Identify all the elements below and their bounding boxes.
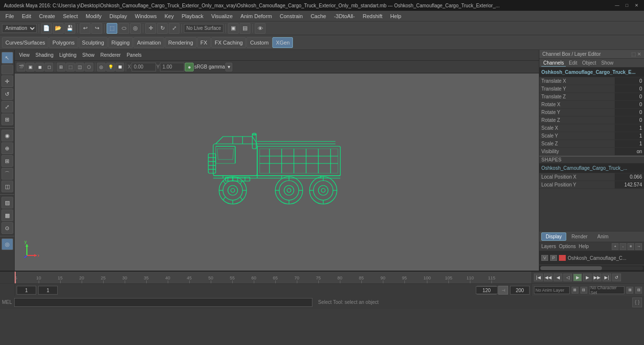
menu-animdeform[interactable]: Anim Deform: [237, 12, 275, 20]
universal-tool-lt[interactable]: ⊞: [1, 114, 13, 125]
lasso-select-button[interactable]: ⬭: [118, 23, 129, 34]
render-view-button[interactable]: ▣: [228, 23, 239, 34]
sculpting-module[interactable]: Sculpting: [79, 37, 108, 48]
minimize-button[interactable]: —: [614, 2, 621, 9]
prev-key-btn[interactable]: ◀◀: [544, 274, 553, 281]
char-set-dropdown[interactable]: No Character Set: [589, 286, 625, 294]
rigging-module[interactable]: Rigging: [108, 37, 133, 48]
vp-quality-btn[interactable]: ◻: [44, 63, 53, 71]
soft-select-lt[interactable]: ◉: [1, 130, 13, 141]
anim-layer-dropdown[interactable]: No Anim Layer: [534, 286, 570, 294]
layer-v-toggle[interactable]: V: [541, 255, 548, 261]
menu-constrain[interactable]: Constrain: [276, 12, 306, 20]
scale-z-val[interactable]: 1: [615, 140, 644, 147]
display-lt-1[interactable]: ▨: [1, 197, 13, 208]
move-tool-lt[interactable]: ✛: [1, 75, 13, 87]
polygons-module[interactable]: Polygons: [49, 37, 78, 48]
undo-button[interactable]: ↩: [80, 23, 90, 34]
vp-light-btn[interactable]: 💡: [106, 63, 115, 71]
fx-caching-module[interactable]: FX Caching: [211, 37, 246, 48]
vp-cam-btn[interactable]: 🎬: [17, 63, 25, 71]
animation-module[interactable]: Animation: [133, 37, 164, 48]
cb-tab-show[interactable]: Show: [599, 60, 615, 66]
next-key-btn[interactable]: ▶▶: [593, 274, 601, 281]
range-end-input[interactable]: [476, 286, 498, 294]
add-layer-icon[interactable]: +: [612, 243, 619, 250]
char-set-icon1[interactable]: ⊞: [626, 287, 633, 294]
help-menu[interactable]: Help: [578, 244, 589, 249]
range-start-display[interactable]: 1: [38, 286, 58, 295]
horizontal-scrollbar[interactable]: [539, 265, 644, 271]
mode-select[interactable]: Animation: [2, 24, 37, 33]
timeline-ruler[interactable]: 5 10 15 20 25 30 35 40 45 50 55 60 65 70…: [15, 272, 532, 283]
menu-create[interactable]: Create: [36, 12, 59, 20]
display-tab[interactable]: Display: [541, 232, 566, 241]
rotate-tool-lt[interactable]: ↺: [1, 88, 13, 100]
rotate-tool-button[interactable]: ↻: [157, 23, 168, 34]
vp-shadow-btn[interactable]: 🔲: [115, 63, 124, 71]
vp-poly-btn[interactable]: ◫: [75, 63, 84, 71]
options-menu[interactable]: Options: [559, 244, 576, 249]
anim-layer-icon2[interactable]: ⊟: [580, 287, 587, 294]
scale-tool-lt[interactable]: ⤢: [1, 101, 13, 113]
save-file-button[interactable]: 💾: [65, 23, 75, 34]
grid-snap-lt[interactable]: ⊞: [1, 155, 13, 167]
menu-help[interactable]: Help: [387, 12, 405, 20]
maximize-button[interactable]: □: [623, 2, 630, 9]
open-file-button[interactable]: 📂: [53, 23, 64, 34]
close-button[interactable]: ✕: [633, 2, 640, 9]
scale-tool-button[interactable]: ⤢: [169, 23, 179, 34]
select-tool-button[interactable]: ⬚: [107, 23, 117, 34]
anim-layer-icon1[interactable]: ⊞: [572, 287, 578, 294]
rotate-x-val[interactable]: 0: [615, 101, 644, 108]
vp-obj-btn[interactable]: ⬚: [66, 63, 75, 71]
menu-windows[interactable]: Windows: [132, 12, 160, 20]
move-tool-button[interactable]: ✛: [145, 23, 156, 34]
lighting-menu[interactable]: Lighting: [57, 52, 79, 58]
del-layer-icon[interactable]: -: [620, 243, 626, 250]
ipr-button[interactable]: ▤: [240, 23, 250, 34]
close-icon[interactable]: ✕: [637, 51, 641, 57]
rendering-module[interactable]: Rendering: [165, 37, 197, 48]
cb-tab-edit[interactable]: Edit: [567, 60, 579, 66]
select-tool-lt[interactable]: ↖: [1, 52, 13, 64]
shading-menu[interactable]: Shading: [33, 52, 56, 58]
visibility-val[interactable]: on: [615, 148, 644, 155]
panels-menu[interactable]: Panels: [124, 52, 144, 58]
vp-wireframe-btn[interactable]: ▣: [26, 63, 35, 71]
loop-btn[interactable]: ↺: [612, 274, 621, 281]
display-lt-2[interactable]: ▩: [1, 209, 13, 221]
vp-subdiv-btn[interactable]: ⬡: [85, 63, 93, 71]
show-menu[interactable]: Show: [80, 52, 97, 58]
paint-effects-lt[interactable]: ◎: [1, 238, 13, 250]
menu-redshift[interactable]: Redshift: [359, 12, 386, 20]
layers-menu[interactable]: Layers: [541, 244, 556, 249]
scale-x-val[interactable]: 1: [615, 124, 644, 132]
vp-xray-btn[interactable]: ◎: [97, 63, 106, 71]
curve-snap-lt[interactable]: ⌒: [1, 168, 13, 180]
menu-modify[interactable]: Modify: [82, 12, 105, 20]
gamma-dropdown[interactable]: ▼: [225, 63, 232, 71]
playback-end-display[interactable]: 200: [510, 286, 530, 295]
menu-3dtoall[interactable]: -3DtoAll-: [331, 12, 358, 20]
view-menu[interactable]: View: [17, 52, 32, 58]
goto-end-btn[interactable]: ▶|: [602, 274, 611, 281]
rotate-z-val[interactable]: 0: [615, 116, 644, 124]
mel-input-field[interactable]: [14, 298, 312, 307]
menu-key[interactable]: Key: [161, 12, 177, 20]
pivot-lt[interactable]: ⊙: [1, 222, 13, 234]
char-set-icon2[interactable]: ⊟: [635, 287, 642, 294]
translate-y-val[interactable]: 0: [615, 85, 644, 92]
menu-visualize[interactable]: Visualize: [208, 12, 236, 20]
range-end-drag[interactable]: ⊣: [498, 286, 508, 295]
vp-smooth-btn[interactable]: ◼: [35, 63, 44, 71]
current-frame-display[interactable]: 1: [17, 286, 36, 295]
render-tab[interactable]: Render: [567, 232, 592, 241]
vp-grid-btn[interactable]: ⊞: [57, 63, 66, 71]
menu-cache[interactable]: Cache: [307, 12, 330, 20]
cb-tab-channels[interactable]: Channels: [541, 60, 566, 67]
menu-playback[interactable]: Playback: [178, 12, 207, 20]
cb-tab-object[interactable]: Object: [580, 60, 599, 66]
menu-select[interactable]: Select: [60, 12, 82, 20]
custom-module[interactable]: Custom: [246, 37, 272, 48]
